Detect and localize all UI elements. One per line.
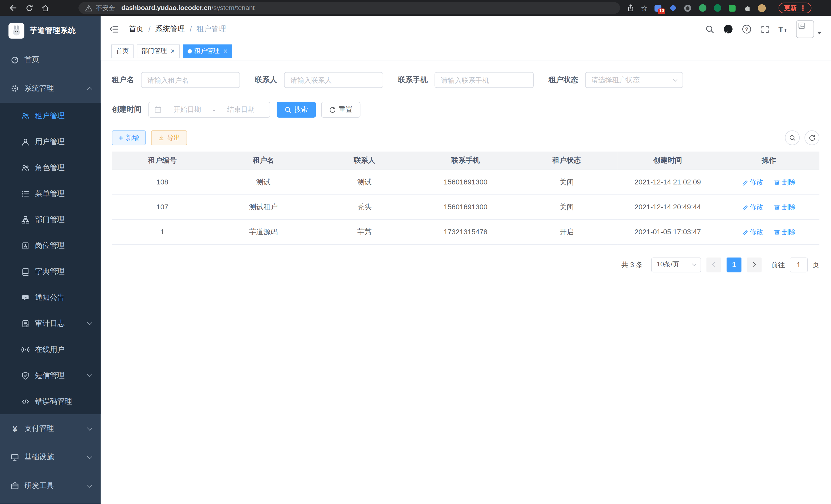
tenant-icon xyxy=(21,112,30,120)
add-button[interactable]: + 新增 xyxy=(112,130,146,145)
address-bar[interactable]: 不安全 dashboard.yudao.iocoder.cn /system/t… xyxy=(78,2,620,13)
cell-actions: 修改 删除 xyxy=(718,195,819,219)
extension-icon[interactable] xyxy=(668,3,678,12)
sidebar-fold-icon[interactable] xyxy=(109,24,119,34)
edit-button[interactable]: 修改 xyxy=(742,177,764,187)
role-icon xyxy=(21,164,30,172)
browser-menu-icon[interactable]: ⋮ xyxy=(799,5,806,11)
github-icon[interactable] xyxy=(723,24,733,34)
sidebar-item-tenant[interactable]: 租户管理 xyxy=(0,103,101,129)
sidebar-item-sms[interactable]: 短信管理 xyxy=(0,362,101,388)
cell-status: 开启 xyxy=(516,219,617,244)
bookmark-star-icon[interactable]: ☆ xyxy=(641,4,648,12)
menu-label: 错误码管理 xyxy=(35,396,72,406)
sidebar-item-infra[interactable]: 基础设施 xyxy=(0,443,101,471)
sidebar-item-errorcode[interactable]: 错误码管理 xyxy=(0,388,101,414)
cell-name: 测试租户 xyxy=(213,195,314,219)
extension-icon[interactable] xyxy=(728,3,737,12)
page-number-button[interactable]: 1 xyxy=(727,257,742,272)
delete-button[interactable]: 删除 xyxy=(774,177,796,187)
calendar-icon xyxy=(154,106,162,114)
sidebar-item-user[interactable]: 用户管理 xyxy=(0,129,101,155)
close-icon[interactable]: × xyxy=(171,48,175,55)
reset-button[interactable]: 重置 xyxy=(321,102,361,118)
browser-toolbar: 不安全 dashboard.yudao.iocoder.cn /system/t… xyxy=(0,0,831,16)
edit-button[interactable]: 修改 xyxy=(742,227,764,237)
sidebar-item-audit[interactable]: 审计日志 xyxy=(0,310,101,336)
next-page-button[interactable] xyxy=(747,257,762,272)
update-button[interactable]: 更新 ⋮ xyxy=(779,3,812,13)
tab-tenant[interactable]: 租户管理 × xyxy=(183,44,232,58)
menu-label: 支付管理 xyxy=(24,424,54,433)
contact-input[interactable] xyxy=(284,72,383,88)
update-label: 更新 xyxy=(784,3,797,12)
menu-label: 首页 xyxy=(24,55,39,65)
security-label[interactable]: 不安全 xyxy=(96,3,115,12)
sidebar-item-system[interactable]: 系统管理 xyxy=(0,74,101,103)
extension-icon[interactable] xyxy=(713,3,722,12)
reload-icon[interactable] xyxy=(24,3,34,13)
profile-avatar[interactable] xyxy=(757,3,767,12)
filter-create-time: 创建时间 开始日期 - 结束日期 xyxy=(112,102,270,118)
avatar-glyph xyxy=(758,4,766,12)
page-content: 租户名 联系人 联系手机 租户状态 请选择租户状态 xyxy=(101,60,831,504)
menu-label: 短信管理 xyxy=(35,371,65,380)
breadcrumb-item-current: 租户管理 xyxy=(197,24,226,34)
sidebar-item-post[interactable]: 岗位管理 xyxy=(0,233,101,259)
edit-button[interactable]: 修改 xyxy=(742,202,764,212)
page-size-select[interactable]: 10条/页 xyxy=(651,257,701,272)
extension-icon[interactable] xyxy=(698,3,707,12)
range-separator: - xyxy=(213,106,215,114)
sidebar-item-menu[interactable]: 菜单管理 xyxy=(0,181,101,207)
search-toggle-button[interactable] xyxy=(785,130,800,145)
back-icon[interactable] xyxy=(8,3,19,13)
user-icon xyxy=(21,138,30,146)
extension-icon[interactable]: 10 xyxy=(654,3,663,12)
sidebar-item-devtools[interactable]: 研发工具 xyxy=(0,472,101,500)
extension-icon[interactable] xyxy=(683,3,692,12)
breadcrumb-item[interactable]: 首页 xyxy=(129,24,144,34)
share-icon[interactable] xyxy=(627,4,635,12)
sidebar-item-notice[interactable]: 通知公告 xyxy=(0,285,101,310)
fullscreen-icon[interactable] xyxy=(760,25,769,34)
sidebar-item-online[interactable]: 在线用户 xyxy=(0,336,101,362)
tab-home[interactable]: 首页 xyxy=(111,44,134,58)
puzzle-icon[interactable] xyxy=(743,3,752,12)
goto-page-input[interactable] xyxy=(790,257,808,272)
sidebar-item-payment[interactable]: ¥ 支付管理 xyxy=(0,414,101,443)
home-icon[interactable] xyxy=(40,3,50,13)
app-title: 芋道管理系统 xyxy=(30,26,76,35)
user-menu[interactable] xyxy=(796,20,822,38)
menu-label: 用户管理 xyxy=(35,137,65,146)
total-count: 共 3 条 xyxy=(621,260,643,269)
prev-page-button[interactable] xyxy=(706,257,721,272)
cell-status: 关闭 xyxy=(516,170,617,195)
sidebar-item-home[interactable]: 首页 xyxy=(0,46,101,74)
refresh-button[interactable] xyxy=(805,130,820,145)
search-button[interactable]: 搜索 xyxy=(277,102,316,118)
breadcrumb-item[interactable]: 系统管理 xyxy=(155,24,185,34)
tenant-name-input[interactable] xyxy=(141,72,240,88)
cell-id: 108 xyxy=(112,170,213,195)
date-range-picker[interactable]: 开始日期 - 结束日期 xyxy=(148,102,270,118)
status-select[interactable]: 请选择租户状态 xyxy=(585,72,683,88)
phone-input[interactable] xyxy=(434,72,534,88)
export-button[interactable]: 导出 xyxy=(151,130,187,145)
chevron-left-icon xyxy=(712,262,717,267)
breadcrumb: 首页 / 系统管理 / 租户管理 xyxy=(129,24,226,34)
delete-button[interactable]: 删除 xyxy=(774,202,796,212)
tab-dept[interactable]: 部门管理 × xyxy=(137,44,179,58)
close-icon[interactable]: × xyxy=(224,48,228,55)
column-header: 租户状态 xyxy=(516,152,617,170)
search-icon[interactable] xyxy=(705,25,714,34)
help-icon[interactable]: ? xyxy=(742,24,751,34)
menu-label: 角色管理 xyxy=(35,163,65,172)
sidebar-item-role[interactable]: 角色管理 xyxy=(0,155,101,181)
cell-phone: 15601691300 xyxy=(415,195,516,219)
delete-button[interactable]: 删除 xyxy=(774,227,796,237)
menu-list-icon xyxy=(21,189,30,198)
sidebar-item-dept[interactable]: 部门管理 xyxy=(0,207,101,233)
sidebar-item-dict[interactable]: 字典管理 xyxy=(0,259,101,285)
font-size-icon[interactable]: TT xyxy=(778,25,787,33)
filter-row-2: 创建时间 开始日期 - 结束日期 搜索 xyxy=(112,102,819,118)
